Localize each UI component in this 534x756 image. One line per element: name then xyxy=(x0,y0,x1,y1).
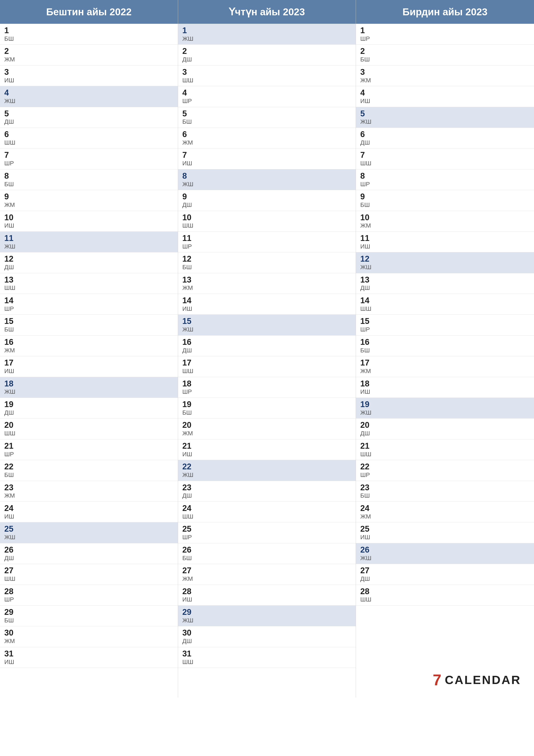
day-row: 9БШ xyxy=(356,190,534,211)
day-row: 19БШ xyxy=(178,398,356,418)
day-row: 27ЖМ xyxy=(178,564,356,585)
day-row: 15ЖШ xyxy=(178,315,356,335)
day-number: 10 xyxy=(182,213,352,222)
day-abbr: ЖМ xyxy=(182,284,352,292)
day-row: 14ШШ xyxy=(356,294,534,315)
day-number: 12 xyxy=(4,255,173,263)
day-number: 28 xyxy=(4,587,173,596)
day-abbr: ДШ xyxy=(182,492,352,499)
day-number: 8 xyxy=(360,172,530,180)
day-number: 21 xyxy=(182,442,352,451)
calendar-logo-icon: 7 xyxy=(433,671,442,689)
day-row: 2ДШ xyxy=(178,44,356,65)
day-number: 29 xyxy=(182,608,352,617)
day-number: 22 xyxy=(4,462,173,471)
day-abbr: ЖШ xyxy=(182,35,352,42)
day-number: 1 xyxy=(360,26,530,35)
day-row: 4ИШ xyxy=(356,86,534,107)
day-number: 8 xyxy=(4,172,173,180)
day-row: 16ЖМ xyxy=(0,336,178,356)
day-row: 25ИШ xyxy=(356,523,534,543)
day-number: 25 xyxy=(4,525,173,534)
day-abbr: ШШ xyxy=(182,367,352,375)
day-abbr: ДШ xyxy=(360,284,530,292)
day-number: 7 xyxy=(4,150,173,160)
day-row: 5БШ xyxy=(178,107,356,128)
month-column-3: Бирдин айы 20231ШР2БШ3ЖМ4ИШ5ЖШ6ДШ7ШШ8ШР9… xyxy=(356,0,534,697)
day-number: 19 xyxy=(182,400,352,409)
day-row: 23БШ xyxy=(356,481,534,502)
day-number: 17 xyxy=(360,358,530,367)
day-row: 13ЖМ xyxy=(178,273,356,294)
day-row: 11ШР xyxy=(178,232,356,252)
day-abbr: ШШ xyxy=(4,575,173,582)
day-number: 4 xyxy=(360,88,530,97)
calendar-footer: 7CALENDAR xyxy=(356,662,534,697)
day-abbr: ШР xyxy=(360,35,530,42)
day-number: 5 xyxy=(4,109,173,118)
day-number: 28 xyxy=(182,587,352,596)
day-row: 17ИШ xyxy=(0,356,178,377)
day-row: 29БШ xyxy=(0,606,178,626)
day-number: 2 xyxy=(4,47,173,56)
day-number: 24 xyxy=(360,504,530,513)
day-abbr: ШР xyxy=(4,305,173,312)
day-row: 28ШШ xyxy=(356,585,534,606)
day-row: 17ЖМ xyxy=(356,356,534,377)
day-abbr: ДШ xyxy=(4,263,173,271)
day-number: 1 xyxy=(182,26,352,35)
day-number: 15 xyxy=(360,317,530,326)
day-abbr: ЖМ xyxy=(4,637,173,645)
day-abbr: БШ xyxy=(4,326,173,333)
day-row: 12БШ xyxy=(178,252,356,273)
day-number: 10 xyxy=(360,213,530,222)
day-number: 24 xyxy=(182,504,352,513)
day-row: 10ИШ xyxy=(0,211,178,232)
day-row: 15БШ xyxy=(0,315,178,335)
day-abbr: ИШ xyxy=(4,367,173,375)
day-row: 10ШШ xyxy=(178,211,356,232)
day-number: 17 xyxy=(182,358,352,367)
day-row: 17ШШ xyxy=(178,356,356,377)
day-row: 21ШР xyxy=(0,440,178,460)
calendar-grid: Бештин айы 20221БШ2ЖМ3ИШ4ЖШ5ДШ6ШШ7ШР8БШ9… xyxy=(0,0,534,697)
day-abbr: ЖШ xyxy=(4,388,173,395)
day-number: 5 xyxy=(182,109,352,118)
day-abbr: ЖШ xyxy=(4,534,173,541)
day-abbr: БШ xyxy=(182,263,352,271)
day-abbr: ДШ xyxy=(360,139,530,146)
day-number: 18 xyxy=(360,379,530,388)
day-abbr: ШР xyxy=(4,596,173,603)
day-row: 24ШШ xyxy=(178,502,356,523)
day-row: 13ДШ xyxy=(356,273,534,294)
day-row: 12ДШ xyxy=(0,252,178,273)
day-abbr: ШР xyxy=(182,388,352,395)
day-row: 5ДШ xyxy=(0,107,178,128)
day-abbr: ЖШ xyxy=(360,118,530,125)
day-number: 13 xyxy=(360,275,530,284)
day-number: 12 xyxy=(360,255,530,263)
day-number: 6 xyxy=(4,130,173,139)
day-row: 24ИШ xyxy=(0,502,178,523)
day-abbr: ЖМ xyxy=(4,201,173,209)
day-number: 25 xyxy=(182,525,352,534)
day-row: 6ЖМ xyxy=(178,128,356,148)
day-row: 14ШР xyxy=(0,294,178,315)
day-row: 30ДШ xyxy=(178,626,356,647)
day-row: 16ДШ xyxy=(178,336,356,356)
day-row: 24ЖМ xyxy=(356,502,534,523)
day-abbr: БШ xyxy=(360,492,530,499)
day-number: 1 xyxy=(4,26,173,35)
day-row: 6ШШ xyxy=(0,128,178,148)
day-abbr: ИШ xyxy=(182,160,352,167)
month-header-1: Бештин айы 2022 xyxy=(0,0,178,24)
day-number: 14 xyxy=(4,296,173,305)
day-abbr: БШ xyxy=(4,471,173,479)
day-row: 4ЖШ xyxy=(0,86,178,107)
day-number: 11 xyxy=(182,234,352,243)
day-row: 9ЖМ xyxy=(0,190,178,211)
day-abbr: ЖМ xyxy=(360,222,530,229)
day-number: 13 xyxy=(4,275,173,284)
day-row: 7ШШ xyxy=(356,148,534,169)
day-number: 25 xyxy=(360,525,530,534)
